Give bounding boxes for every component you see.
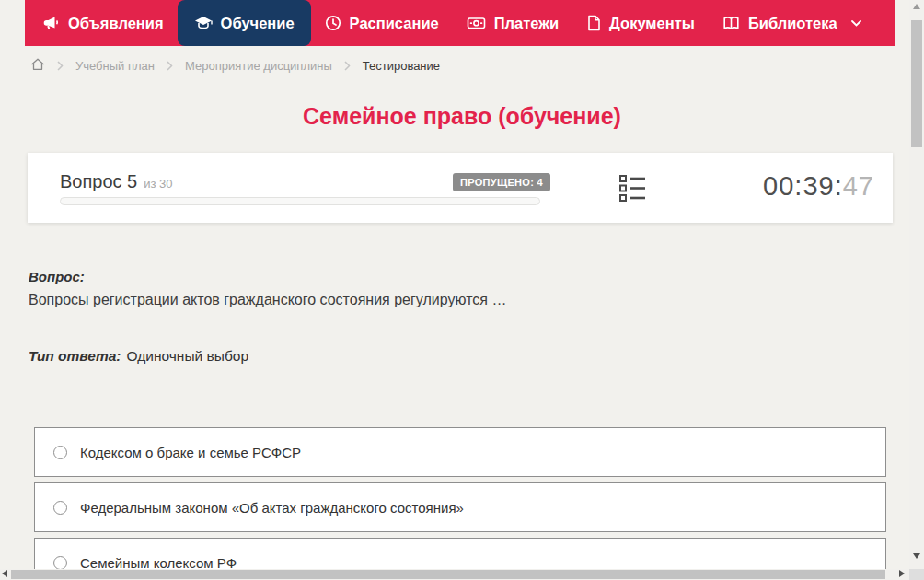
question-heading: Вопрос: [29,269,85,284]
nav-item-label: Платежи [494,15,559,32]
nav-item-label: Обучение [221,15,295,32]
answer-option-2[interactable]: Федеральным законом «Об актах гражданско… [34,482,886,532]
answer-option-label: Федеральным законом «Об актах гражданско… [80,500,464,516]
nav-item-documents[interactable]: Документы [572,0,709,46]
breadcrumb-item-testing: Тестирование [363,59,440,73]
answer-option-label: Семейным колексом РФ [80,555,237,571]
timer: 00:39:47 [763,171,874,202]
horizontal-scrollbar[interactable] [0,569,909,580]
breadcrumb-separator-icon [57,61,64,71]
nav-item-announcements[interactable]: Объявления [29,0,178,46]
nav-item-learning[interactable]: Обучение [178,0,311,46]
top-navigation: Объявления Обучение Расписание [25,0,895,46]
answer-type-label: Тип ответа: [29,348,121,364]
question-list-icon[interactable] [618,173,647,207]
progress-bar [60,197,540,205]
scroll-down-arrow-icon[interactable] [913,553,920,559]
nav-item-payments[interactable]: Платежи [453,0,572,46]
nav-item-label: Расписание [350,15,439,32]
vertical-scrollbar[interactable] [909,0,924,569]
question-header-card: Вопрос 5из 30 ПРОПУЩЕНО: 4 00:39:47 [28,153,893,223]
horizontal-scrollbar-thumb[interactable] [11,570,885,579]
document-icon [586,15,601,31]
answer-option-label: Кодексом о браке и семье РСФСР [80,445,301,460]
chevron-down-icon [851,20,861,27]
nav-item-label: Объявления [68,15,164,32]
breadcrumb: Учебный план Мероприятие дисциплины Тест… [30,57,440,75]
question-text: Вопросы регистрации актов гражданского с… [29,292,506,308]
graduation-cap-icon [194,15,213,31]
banknote-icon [467,15,486,31]
megaphone-icon [42,15,60,31]
question-number: Вопрос 5из 30 [60,171,173,192]
page-title: Семейное право (обучение) [0,103,924,130]
nav-item-label: Библиотека [748,15,837,32]
scrollbar-corner [909,569,924,580]
timer-hours-minutes: 00:39: [763,171,843,201]
vertical-scrollbar-thumb[interactable] [911,20,922,147]
radio-icon[interactable] [53,501,67,515]
nav-item-library[interactable]: Библиотека [709,0,875,46]
answer-option-1[interactable]: Кодексом о браке и семье РСФСР [34,427,886,477]
nav-item-schedule[interactable]: Расписание [311,0,453,46]
answer-type: Тип ответа:Одиночный выбор [29,348,248,365]
home-icon[interactable] [30,57,45,75]
scroll-up-arrow-icon[interactable] [913,4,920,9]
question-number-label: Вопрос 5 [60,171,137,191]
skipped-badge: ПРОПУЩЕНО: 4 [453,173,550,191]
nav-item-label: Документы [609,15,695,32]
clock-icon [325,15,341,31]
breadcrumb-item-discipline-event[interactable]: Мероприятие дисциплины [185,59,332,73]
answer-type-value: Одиночный выбор [127,348,249,364]
book-icon [722,15,740,31]
scroll-right-arrow-icon[interactable] [899,570,905,577]
quiz-page: Объявления Обучение Расписание [0,0,924,580]
breadcrumb-separator-icon [167,61,173,71]
scroll-left-arrow-icon[interactable] [2,570,7,577]
radio-icon[interactable] [53,556,67,570]
breadcrumb-separator-icon [344,61,351,71]
timer-seconds: 47 [843,171,874,201]
radio-icon[interactable] [53,446,67,459]
question-total-label: из 30 [144,177,172,191]
breadcrumb-item-study-plan[interactable]: Учебный план [75,59,155,73]
